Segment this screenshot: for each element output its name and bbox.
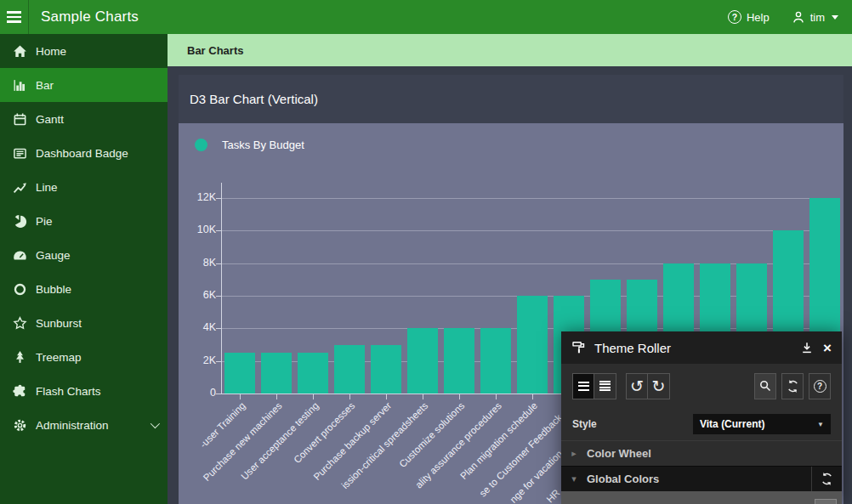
color-swatch[interactable]: [815, 499, 837, 504]
detailed-view-button[interactable]: [594, 373, 616, 399]
panel-title: D3 Bar Chart (Vertical): [179, 75, 843, 106]
redo-button[interactable]: ↻: [648, 373, 670, 399]
search-icon: [758, 379, 772, 393]
sidebar-item-label: Dashboard Badge: [36, 147, 128, 160]
style-label: Style: [572, 418, 597, 430]
section-color-wheel[interactable]: ▸ Color Wheel: [561, 440, 842, 466]
help-label: Help: [747, 11, 770, 24]
sidebar-item-pie[interactable]: Pie: [0, 204, 168, 238]
legend-label: Tasks By Budget: [222, 139, 304, 151]
treemap-icon: [13, 350, 27, 365]
chevron-down-icon: ▾: [561, 473, 587, 484]
chevron-down-icon: [151, 419, 160, 428]
x-axis-tick: [459, 394, 460, 399]
x-axis-tick: [386, 394, 387, 399]
x-axis-tick: [423, 394, 423, 399]
list-compact-icon: [578, 379, 589, 393]
sidebar-item-home[interactable]: Home: [0, 34, 168, 68]
refresh-icon: [786, 379, 800, 394]
undo-button[interactable]: ↺: [626, 373, 648, 399]
chevron-down-icon: ▼: [817, 421, 824, 428]
bar[interactable]: [517, 296, 548, 394]
sidebar-item-treemap[interactable]: Treemap: [0, 340, 168, 374]
bar[interactable]: [224, 353, 255, 394]
bar[interactable]: [334, 345, 365, 394]
y-axis-tick-label: 0: [179, 387, 216, 399]
search-button[interactable]: [754, 373, 776, 399]
bubble-icon: [13, 282, 27, 297]
close-icon[interactable]: ×: [823, 341, 832, 355]
style-select[interactable]: Vita (Current) ▼: [693, 414, 831, 434]
hamburger-menu-icon[interactable]: [0, 0, 29, 34]
sidebar-item-label: Flash Charts: [36, 385, 101, 398]
help-icon: ?: [728, 10, 741, 24]
x-axis-tick: [313, 394, 314, 399]
sidebar-item-gauge[interactable]: Gauge: [0, 238, 168, 272]
gauge-icon: [13, 248, 27, 263]
bar[interactable]: [261, 353, 292, 394]
gridline: [221, 230, 838, 231]
download-theme-icon[interactable]: [801, 342, 813, 354]
user-menu[interactable]: tim: [792, 10, 838, 24]
x-axis-category-label: Customize solutions: [397, 400, 466, 469]
y-axis-tick-label: 10K: [179, 224, 216, 235]
gear-icon: [13, 418, 27, 433]
badge-icon: [13, 146, 27, 161]
refresh-global-colors-button[interactable]: [811, 467, 842, 491]
bar-chart-icon: [13, 78, 27, 93]
y-axis-tick-label: 8K: [179, 257, 216, 269]
legend-marker: [195, 139, 207, 151]
y-axis-tick-label: 2K: [179, 354, 216, 366]
y-axis-line: [221, 183, 222, 394]
sidebar-item-line[interactable]: Line: [0, 170, 168, 204]
style-select-value: Vita (Current): [700, 418, 764, 430]
sidebar-item-label: Gauge: [36, 249, 71, 262]
app-title: Sample Charts: [41, 8, 139, 25]
refresh-icon: [820, 472, 834, 486]
refresh-button[interactable]: [781, 373, 804, 399]
sidebar-item-dashboard-badge[interactable]: Dashboard Badge: [0, 136, 168, 170]
sidebar-item-label: Line: [36, 181, 58, 194]
theme-roller-title: Theme Roller: [594, 341, 671, 355]
x-axis-tick: [240, 394, 241, 399]
bar[interactable]: [444, 328, 474, 394]
sidebar-item-sunburst[interactable]: Sunburst: [0, 306, 168, 340]
section-global-colors[interactable]: ▾ Global Colors: [561, 466, 842, 491]
theme-roller-header[interactable]: Theme Roller ×: [561, 331, 842, 364]
theme-roller-panel: Theme Roller × ↺ ↻ ?: [561, 331, 842, 504]
sidebar-item-bar[interactable]: Bar: [0, 68, 168, 102]
theme-roller-body: [561, 491, 842, 504]
sidebar-item-flash-charts[interactable]: Flash Charts: [0, 374, 168, 408]
x-axis-category-label: Convert processes: [292, 400, 356, 465]
x-axis-tick: [276, 394, 277, 399]
bar[interactable]: [298, 353, 328, 394]
theme-help-button[interactable]: ?: [809, 373, 831, 399]
top-header: Sample Charts ? Help tim: [0, 0, 852, 34]
sidebar-nav: HomeBarGanttDashboard BadgeLinePieGaugeB…: [0, 34, 168, 504]
bar[interactable]: [407, 328, 438, 394]
chevron-down-icon: [832, 15, 838, 20]
style-row: Style Vita (Current) ▼: [561, 408, 842, 440]
bar[interactable]: [371, 345, 401, 394]
home-icon: [13, 44, 27, 59]
line-chart-icon: [13, 180, 27, 195]
compact-view-button[interactable]: [572, 373, 594, 399]
y-axis-tick-label: 6K: [179, 289, 216, 301]
gridline: [221, 198, 838, 199]
puzzle-icon: [13, 384, 27, 399]
chart-legend[interactable]: Tasks By Budget: [179, 123, 843, 151]
redo-icon: ↻: [652, 378, 666, 394]
help-button[interactable]: ? Help: [728, 10, 770, 24]
bar[interactable]: [480, 328, 511, 394]
sidebar-item-administration[interactable]: Administration: [0, 408, 168, 442]
sidebar-item-bubble[interactable]: Bubble: [0, 272, 168, 306]
section-label: Color Wheel: [587, 447, 651, 460]
application-window: Sample Charts ? Help tim HomeBarGanttDas…: [0, 0, 852, 504]
sidebar-item-label: Home: [36, 45, 66, 58]
x-axis-tick: [496, 394, 497, 399]
help-icon: ?: [814, 380, 826, 393]
user-name: tim: [810, 11, 825, 24]
list-detailed-icon: [599, 379, 611, 392]
person-icon: [792, 10, 805, 24]
sidebar-item-gantt[interactable]: Gantt: [0, 102, 168, 136]
